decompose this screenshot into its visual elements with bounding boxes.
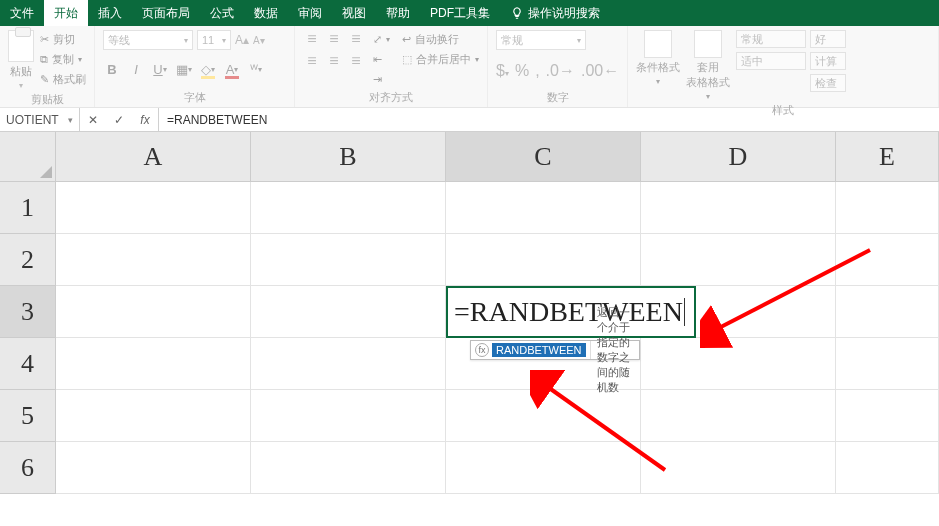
cell-b2[interactable] (251, 234, 446, 286)
decrease-decimal-button[interactable]: .00← (581, 62, 619, 80)
copy-button[interactable]: ⧉ 复制 ▾ (40, 50, 86, 68)
format-painter-button[interactable]: ✎ 格式刷 (40, 70, 86, 88)
font-size-combo[interactable]: 11▾ (197, 30, 231, 50)
col-header-c[interactable]: C (446, 132, 641, 182)
row-header-2[interactable]: 2 (0, 234, 56, 286)
decrease-font-icon[interactable]: A▾ (253, 35, 265, 46)
cell-b3[interactable] (251, 286, 446, 338)
style-normal[interactable]: 常规 (736, 30, 806, 48)
style-check[interactable]: 检查 (810, 74, 846, 92)
increase-indent-button[interactable]: ⇥ (373, 70, 390, 88)
italic-button[interactable]: I (127, 60, 145, 78)
format-as-table-button[interactable]: 套用 表格格式 ▾ (686, 30, 730, 101)
align-right-icon[interactable]: ≡ (347, 52, 365, 70)
align-center-icon[interactable]: ≡ (325, 52, 343, 70)
number-format-combo[interactable]: 常规▾ (496, 30, 586, 50)
tab-help[interactable]: 帮助 (376, 0, 420, 26)
cell-e4[interactable] (836, 338, 939, 390)
align-bottom-icon[interactable]: ≡ (347, 30, 365, 48)
cell-a2[interactable] (56, 234, 251, 286)
cell-c3[interactable]: =RANDBETWEEN fx RANDBETWEEN 返回一个介于指定的数字之… (446, 286, 641, 338)
align-middle-icon[interactable]: ≡ (325, 30, 343, 48)
tab-page-layout[interactable]: 页面布局 (132, 0, 200, 26)
cell-d1[interactable] (641, 182, 836, 234)
phonetic-button[interactable]: ᵂ▾ (247, 60, 265, 78)
cell-styles-gallery[interactable]: 常规 好 适中 计算 检查 (736, 30, 846, 92)
tab-formulas[interactable]: 公式 (200, 0, 244, 26)
cell-d5[interactable] (641, 390, 836, 442)
cell-c5[interactable] (446, 390, 641, 442)
cell-e5[interactable] (836, 390, 939, 442)
row-header-5[interactable]: 5 (0, 390, 56, 442)
cell-a5[interactable] (56, 390, 251, 442)
tab-home[interactable]: 开始 (44, 0, 88, 26)
row-header-1[interactable]: 1 (0, 182, 56, 234)
align-top-icon[interactable]: ≡ (303, 30, 321, 48)
font-color-button[interactable]: A▾ (223, 60, 241, 78)
cell-a1[interactable] (56, 182, 251, 234)
cancel-formula-button[interactable]: ✕ (80, 108, 106, 131)
fill-color-button[interactable]: ◇▾ (199, 60, 217, 78)
tell-me-search[interactable]: 操作说明搜索 (500, 0, 610, 26)
table-format-icon (694, 30, 722, 58)
orientation-button[interactable]: ⤢▾ (373, 30, 390, 48)
tab-data[interactable]: 数据 (244, 0, 288, 26)
formula-autocomplete[interactable]: fx RANDBETWEEN 返回一个介于指定的数字之间的随机数 (470, 340, 640, 360)
merge-center-button[interactable]: ⬚合并后居中▾ (402, 50, 479, 68)
cell-d4[interactable] (641, 338, 836, 390)
autocomplete-item[interactable]: fx RANDBETWEEN (471, 341, 590, 359)
tab-view[interactable]: 视图 (332, 0, 376, 26)
select-all-corner[interactable] (0, 132, 56, 182)
paste-button[interactable]: 粘贴 ▾ (8, 30, 34, 90)
col-header-d[interactable]: D (641, 132, 836, 182)
wrap-text-button[interactable]: ↩自动换行 (402, 30, 479, 48)
row-header-4[interactable]: 4 (0, 338, 56, 390)
cell-d6[interactable] (641, 442, 836, 494)
decrease-indent-button[interactable]: ⇤ (373, 50, 390, 68)
cell-e3[interactable] (836, 286, 939, 338)
cell-a4[interactable] (56, 338, 251, 390)
cell-e1[interactable] (836, 182, 939, 234)
cell-e2[interactable] (836, 234, 939, 286)
cut-button[interactable]: ✂ 剪切 (40, 30, 86, 48)
col-header-b[interactable]: B (251, 132, 446, 182)
cell-b6[interactable] (251, 442, 446, 494)
col-header-e[interactable]: E (836, 132, 939, 182)
cell-b1[interactable] (251, 182, 446, 234)
font-family-combo[interactable]: 等线 ▾ (103, 30, 193, 50)
comma-button[interactable]: , (535, 62, 539, 80)
tab-file[interactable]: 文件 (0, 0, 44, 26)
border-button[interactable]: ▦▾ (175, 60, 193, 78)
enter-formula-button[interactable]: ✓ (106, 108, 132, 131)
style-good[interactable]: 好 (810, 30, 846, 48)
spreadsheet-grid[interactable]: A B C D E 1 2 3 =RANDBETWEEN fx RANDBETW… (0, 132, 939, 494)
active-cell-editor[interactable]: =RANDBETWEEN (446, 286, 696, 338)
col-header-a[interactable]: A (56, 132, 251, 182)
insert-function-button[interactable]: fx (132, 108, 158, 131)
increase-font-icon[interactable]: A▴ (235, 33, 249, 47)
bold-button[interactable]: B (103, 60, 121, 78)
tab-pdf-tools[interactable]: PDF工具集 (420, 0, 500, 26)
increase-decimal-button[interactable]: .0→ (546, 62, 575, 80)
style-calc[interactable]: 计算 (810, 52, 846, 70)
tab-review[interactable]: 审阅 (288, 0, 332, 26)
name-box[interactable]: UOTIENT ▾ (0, 108, 80, 131)
align-left-icon[interactable]: ≡ (303, 52, 321, 70)
tab-insert[interactable]: 插入 (88, 0, 132, 26)
row-header-3[interactable]: 3 (0, 286, 56, 338)
cell-c2[interactable] (446, 234, 641, 286)
cell-b4[interactable] (251, 338, 446, 390)
cell-d2[interactable] (641, 234, 836, 286)
cell-e6[interactable] (836, 442, 939, 494)
row-header-6[interactable]: 6 (0, 442, 56, 494)
underline-button[interactable]: U ▾ (151, 60, 169, 78)
accounting-format-button[interactable]: $▾ (496, 62, 509, 80)
style-medium[interactable]: 适中 (736, 52, 806, 70)
cell-c1[interactable] (446, 182, 641, 234)
cell-a3[interactable] (56, 286, 251, 338)
cell-c6[interactable] (446, 442, 641, 494)
conditional-format-button[interactable]: 条件格式 ▾ (636, 30, 680, 86)
percent-button[interactable]: % (515, 62, 529, 80)
cell-b5[interactable] (251, 390, 446, 442)
cell-a6[interactable] (56, 442, 251, 494)
